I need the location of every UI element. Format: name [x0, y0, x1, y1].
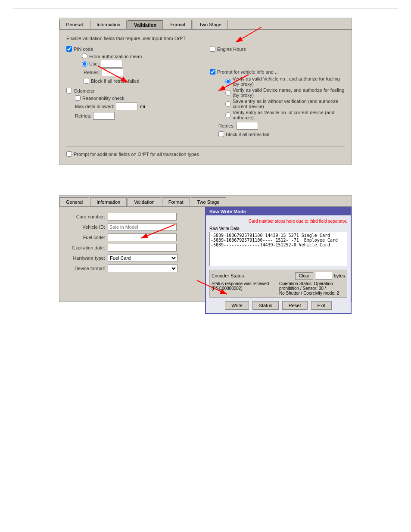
panel1-body: Enable validation fields that require us… — [59, 30, 352, 165]
tab2-general[interactable]: General — [59, 197, 89, 206]
raw-data-textarea[interactable]: -5039-10367925791100 14439-15 5271 Singl… — [209, 232, 347, 266]
max-delta-row: Max delta allowed: 0 mi — [75, 103, 201, 110]
pin-retries-input[interactable]: 0 — [102, 68, 123, 76]
pin-retries-row: Retries: 0 — [84, 68, 201, 76]
reasonability-checkbox-label[interactable]: Reasonability check — [75, 95, 201, 101]
device-format-label: Device format: — [66, 266, 105, 271]
pin-use-input[interactable]: 7890 — [101, 60, 122, 68]
vehicle-block-label[interactable]: Block if all retries fail — [218, 131, 345, 137]
tab-bar-1: General Information Validation Format Tw… — [59, 18, 352, 30]
prompt-vehicle-label[interactable]: Prompt for vehicle info and ... — [210, 69, 345, 75]
panel1-right-col: Engine Hours Prompt for vehicle info and… — [210, 46, 345, 141]
tab2-two-stage[interactable]: Two Stage — [191, 197, 226, 206]
odo-retries-label: Retries: — [75, 113, 91, 118]
encoder-status-grid: Status response was received (PSC0000000… — [212, 281, 345, 296]
reset-button[interactable]: Reset — [282, 301, 308, 310]
panel1-title: Enable validation fields that require us… — [66, 36, 345, 41]
raw-write-title: Raw Write Mode — [206, 208, 351, 215]
pin-code-checkbox[interactable] — [66, 46, 72, 52]
status-code1: (PSC00000002) — [212, 286, 277, 291]
fuel-code-row: Fuel code: — [66, 233, 196, 241]
bytes-input[interactable]: 174 — [315, 272, 332, 280]
encoder-status-controls: Clear 174 bytes — [295, 272, 345, 280]
vehicle-opt4-radio[interactable] — [225, 112, 231, 118]
odometer-checkbox[interactable] — [66, 88, 72, 93]
vehicle-block-checkbox[interactable] — [218, 131, 224, 137]
vehicle-opt3-label[interactable]: Save entry as is without verification (a… — [225, 99, 345, 109]
vehicle-opt4-label[interactable]: Verify entry as Vehicle no. of current d… — [225, 110, 345, 120]
vehicle-retries-row: Retries: 0 — [218, 122, 345, 130]
bottom-row: Prompt for additional fields on OrPT for… — [66, 146, 345, 157]
status-label1: Status response was received (PSC0000000… — [212, 281, 277, 296]
expiration-date-row: Expiration date: — [66, 244, 196, 252]
raw-write-overlay: Raw Write Mode Card number stops here du… — [205, 207, 352, 314]
use-radio[interactable] — [82, 61, 87, 67]
block-retries-checkbox[interactable] — [84, 78, 89, 84]
max-delta-unit: mi — [140, 104, 145, 109]
device-format-select[interactable] — [108, 264, 177, 272]
vehicle-id-row: Vehicle ID: — [66, 223, 196, 231]
tab-general[interactable]: General — [59, 20, 89, 29]
max-delta-input[interactable]: 0 — [116, 103, 137, 110]
status-button[interactable]: Status — [252, 301, 279, 310]
panel1-left-col: PIN code From authorization mean Use: 78… — [66, 46, 201, 141]
tab-bar-2: General Information Validation Format Tw… — [59, 196, 352, 207]
odo-retries-row: Retries: 0 — [75, 112, 201, 120]
odometer-section: Odometer Reasonability check Max delta a… — [66, 88, 201, 120]
tab2-validation[interactable]: Validation — [128, 197, 161, 206]
tab2-information[interactable]: Information — [90, 197, 127, 206]
prompt-vehicle-checkbox[interactable] — [210, 69, 215, 75]
status-text3: No Shutter / Coercivity mode: 2 — [279, 291, 345, 296]
vehicle-opt1-radio[interactable] — [225, 79, 231, 84]
odo-retries-input[interactable]: 0 — [93, 112, 115, 120]
action-buttons: Write Status Reset Exit — [209, 301, 347, 310]
tab-format[interactable]: Format — [164, 20, 192, 29]
vehicle-retries-label: Retries: — [218, 123, 235, 128]
block-retries-label[interactable]: Block if all retries failed — [84, 78, 201, 84]
encoder-status-label: Encoder Status — [212, 273, 244, 278]
from-auth-radio[interactable] — [82, 53, 87, 59]
bytes-label: bytes — [334, 273, 345, 278]
raw-write-notice: Card number stops here due to third fiel… — [209, 219, 347, 224]
from-auth-radio-label[interactable]: From authorization mean — [82, 53, 201, 59]
top-divider — [13, 9, 398, 9]
vehicle-opt1-label[interactable]: Verify as valid Vehicle no., and authori… — [225, 76, 345, 87]
card-number-label: Card number: — [66, 214, 105, 219]
prompt-additional-checkbox[interactable] — [66, 151, 72, 157]
use-radio-label[interactable]: Use: 7890 — [82, 60, 201, 68]
vehicle-opt2-radio[interactable] — [225, 90, 231, 96]
fuel-code-label: Fuel code: — [66, 235, 105, 240]
panel2: General Information Validation Format Tw… — [59, 195, 352, 302]
card-number-row: Card number: 503014439 — [66, 213, 196, 221]
write-button[interactable]: Write — [225, 301, 249, 310]
panel1-columns: PIN code From authorization mean Use: 78… — [66, 46, 345, 141]
reasonability-checkbox[interactable] — [75, 95, 81, 101]
vehicle-opt2-label[interactable]: Verify as valid Device name, and authori… — [225, 87, 345, 98]
expiration-date-input[interactable] — [108, 244, 177, 252]
odometer-checkbox-label[interactable]: Odometer — [66, 88, 201, 93]
hardware-type-label: Hardware type: — [66, 255, 105, 261]
status-text1: Status response was received — [212, 281, 277, 286]
engine-hours-checkbox[interactable] — [210, 46, 215, 52]
hardware-type-row: Hardware type: Fuel Card — [66, 254, 196, 262]
device-format-row: Device format: — [66, 264, 196, 272]
raw-write-data-label: Raw Write Data — [209, 226, 347, 231]
card-number-input[interactable]: 503014439 — [108, 213, 177, 221]
prompt-vehicle-section: Prompt for vehicle info and ... Verify a… — [210, 69, 345, 137]
pin-retries-label: Retries: — [84, 70, 100, 75]
prompt-additional-label[interactable]: Prompt for additional fields on OrPT for… — [66, 151, 345, 157]
fuel-code-input[interactable] — [108, 233, 177, 241]
tab-two-stage[interactable]: Two Stage — [193, 20, 228, 29]
clear-button[interactable]: Clear — [295, 272, 313, 280]
exit-button[interactable]: Exit — [311, 301, 332, 310]
tab-validation[interactable]: Validation — [128, 20, 163, 29]
vehicle-opt3-radio[interactable] — [225, 101, 231, 107]
hardware-type-select[interactable]: Fuel Card — [108, 254, 177, 262]
vehicle-id-input[interactable] — [108, 223, 177, 231]
panel2-body: Card number: 503014439 Vehicle ID: Fuel … — [59, 207, 352, 302]
pin-code-checkbox-label[interactable]: PIN code — [66, 46, 201, 52]
vehicle-retries-input[interactable]: 0 — [237, 122, 258, 130]
tab2-format[interactable]: Format — [162, 197, 190, 206]
engine-hours-label[interactable]: Engine Hours — [210, 46, 345, 52]
tab-information[interactable]: Information — [90, 20, 127, 29]
